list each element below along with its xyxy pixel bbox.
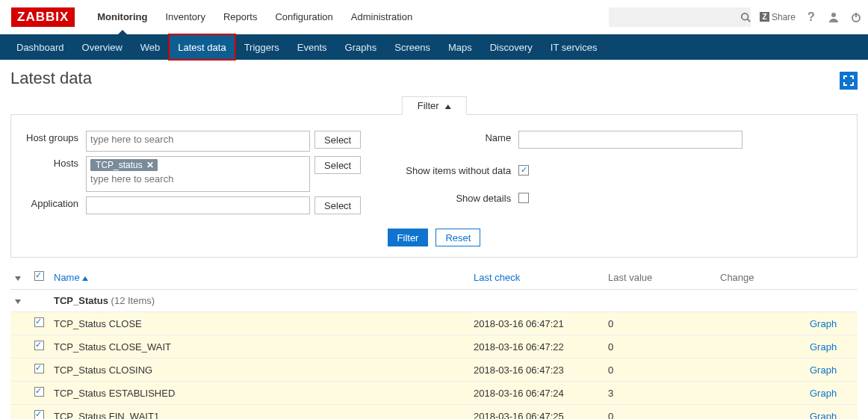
cell-last-value: 3 — [604, 382, 716, 405]
chevron-down-icon — [15, 276, 21, 281]
cell-last-check: 2018-03-16 06:47:21 — [469, 312, 604, 335]
cell-last-value: 0 — [604, 359, 716, 382]
cell-change — [716, 382, 805, 405]
subtab-screens[interactable]: Screens — [385, 34, 439, 60]
hosts-select-button[interactable]: Select — [314, 156, 361, 174]
subtab-graphs[interactable]: Graphs — [336, 34, 386, 60]
cell-name: TCP_Status CLOSE — [49, 312, 469, 335]
cell-last-check: 2018-03-16 06:47:22 — [469, 335, 604, 359]
top-nav-configuration[interactable]: Configuration — [266, 0, 341, 34]
share-label: Share — [772, 12, 796, 22]
label-host-groups: Host groups — [26, 128, 86, 154]
help-icon[interactable]: ? — [805, 10, 818, 24]
global-search[interactable] — [609, 7, 751, 27]
subtab-maps[interactable]: Maps — [439, 34, 481, 60]
row-checkbox[interactable] — [34, 317, 44, 327]
cell-change — [716, 312, 805, 335]
user-icon[interactable] — [827, 10, 840, 24]
label-name: Name — [406, 128, 518, 161]
sort-asc-icon — [82, 276, 88, 281]
group-row[interactable]: TCP_Status (12 Items) — [10, 290, 858, 312]
col-expand[interactable] — [10, 265, 30, 290]
graph-link[interactable]: Graph — [810, 341, 837, 353]
chevron-down-icon[interactable] — [15, 299, 21, 304]
row-checkbox[interactable] — [34, 364, 44, 373]
fullscreen-button[interactable] — [840, 72, 858, 90]
graph-link[interactable]: Graph — [810, 364, 837, 376]
cell-change — [716, 359, 805, 382]
select-all-checkbox[interactable] — [34, 271, 44, 281]
filter-button[interactable]: Filter — [388, 229, 429, 246]
label-hosts: Hosts — [26, 154, 86, 194]
hosts-field[interactable] — [90, 173, 306, 184]
subtab-events[interactable]: Events — [288, 34, 336, 60]
top-nav: Monitoring Inventory Reports Configurati… — [88, 0, 421, 34]
cell-last-check: 2018-03-16 06:47:25 — [469, 405, 604, 420]
table-row: TCP_Status ESTABLISHED2018-03-16 06:47:2… — [10, 382, 858, 405]
host-tag-label: TCP_status — [96, 160, 143, 170]
table-row: TCP_Status CLOSE_WAIT2018-03-16 06:47:22… — [10, 335, 858, 359]
search-icon[interactable] — [740, 10, 751, 24]
show-details-checkbox[interactable] — [518, 193, 529, 203]
label-show-without-data: Show items without data — [406, 161, 518, 189]
subtab-discovery[interactable]: Discovery — [481, 34, 542, 60]
chevron-up-icon — [444, 105, 450, 109]
top-nav-administration[interactable]: Administration — [342, 0, 421, 34]
table-row: TCP_Status CLOSING2018-03-16 06:47:230Gr… — [10, 359, 858, 382]
top-nav-monitoring[interactable]: Monitoring — [88, 0, 156, 34]
row-checkbox[interactable] — [34, 341, 44, 350]
subtab-triggers[interactable]: Triggers — [235, 34, 288, 60]
filter-label: Filter — [418, 100, 439, 111]
page-title: Latest data — [10, 66, 92, 96]
col-change: Change — [716, 265, 805, 290]
cell-last-check: 2018-03-16 06:47:24 — [469, 382, 604, 405]
col-action — [805, 265, 858, 290]
reset-button[interactable]: Reset — [435, 229, 480, 246]
label-show-details: Show details — [406, 189, 518, 217]
application-field[interactable] — [86, 196, 310, 214]
share-button[interactable]: Z Share — [760, 12, 796, 22]
host-groups-select-button[interactable]: Select — [314, 131, 361, 149]
graph-link[interactable]: Graph — [810, 411, 837, 420]
row-checkbox[interactable] — [34, 387, 44, 397]
cell-last-value: 0 — [604, 335, 716, 359]
col-last-check[interactable]: Last check — [469, 265, 604, 290]
cell-last-value: 0 — [604, 405, 716, 420]
graph-link[interactable]: Graph — [810, 388, 837, 399]
graph-link[interactable]: Graph — [810, 318, 837, 329]
filter-toggle[interactable]: Filter — [402, 96, 467, 115]
top-nav-reports[interactable]: Reports — [214, 0, 267, 34]
name-field[interactable] — [518, 131, 743, 149]
show-without-data-checkbox[interactable] — [518, 165, 529, 176]
logo: ZABBIX — [11, 7, 75, 27]
search-input[interactable] — [615, 11, 740, 22]
host-groups-input[interactable] — [86, 131, 310, 152]
col-name[interactable]: Name — [49, 265, 469, 290]
cell-name: TCP_Status CLOSE_WAIT — [49, 335, 469, 359]
cell-last-value: 0 — [604, 312, 716, 335]
hosts-input[interactable]: TCP_status ✕ — [86, 156, 310, 192]
subtab-it-services[interactable]: IT services — [542, 34, 607, 60]
cell-name: TCP_Status FIN_WAIT1 — [49, 405, 469, 420]
row-checkbox[interactable] — [34, 410, 44, 419]
latest-data-table: Name Last check Last value Change TCP_St… — [10, 265, 858, 419]
subtab-web[interactable]: Web — [131, 34, 170, 60]
sub-nav: Dashboard Overview Web Latest data Trigg… — [0, 34, 868, 60]
cell-last-check: 2018-03-16 06:47:23 — [469, 359, 604, 382]
col-checkbox-all[interactable] — [30, 265, 49, 290]
subtab-overview[interactable]: Overview — [73, 34, 131, 60]
application-select-button[interactable]: Select — [314, 196, 361, 214]
power-icon[interactable] — [849, 10, 863, 24]
top-nav-inventory[interactable]: Inventory — [156, 0, 214, 34]
cell-name: TCP_Status ESTABLISHED — [49, 382, 469, 405]
col-last-value: Last value — [604, 265, 716, 290]
remove-tag-icon[interactable]: ✕ — [146, 160, 154, 170]
cell-change — [716, 335, 805, 359]
table-row: TCP_Status FIN_WAIT12018-03-16 06:47:250… — [10, 405, 858, 420]
subtab-dashboard[interactable]: Dashboard — [7, 34, 73, 60]
table-row: TCP_Status CLOSE2018-03-16 06:47:210Grap… — [10, 312, 858, 335]
subtab-latest-data[interactable]: Latest data — [169, 34, 235, 60]
cell-name: TCP_Status CLOSING — [49, 359, 469, 382]
host-tag[interactable]: TCP_status ✕ — [90, 159, 158, 171]
host-groups-field[interactable] — [90, 134, 306, 145]
